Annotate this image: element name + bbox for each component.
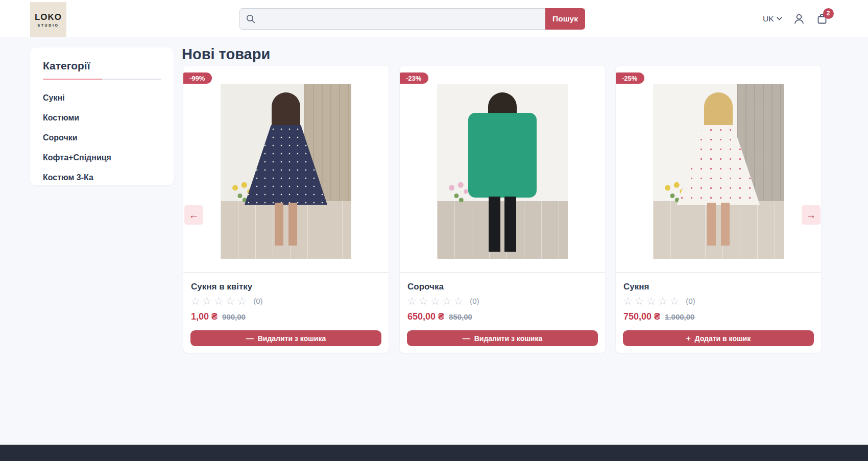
star-rating-icons[interactable]: ☆☆☆☆☆ — [190, 296, 249, 306]
product-image[interactable] — [437, 84, 568, 259]
arrow-left-icon: ← — [189, 209, 199, 221]
categories-title: Категорії — [43, 60, 161, 72]
search-input[interactable] — [256, 9, 545, 29]
category-link[interactable]: Сорочки — [43, 133, 161, 142]
categories-panel: Категорії Сукні Костюми Сорочки Кофта+Сп… — [30, 47, 174, 185]
price-old: 1.000,00 — [665, 312, 694, 321]
search-bar: Пошук — [239, 8, 585, 30]
photo-model-legs — [489, 197, 516, 252]
cart-button[interactable]: 2 — [816, 13, 828, 25]
photo-model-legs — [275, 203, 297, 246]
language-label: UK — [763, 14, 774, 23]
cart-action-label: Видалити з кошика — [258, 334, 326, 343]
carousel-next-button[interactable]: → — [802, 205, 821, 225]
chevron-down-icon — [777, 17, 782, 20]
product-card: -23% Сорочка ☆☆☆☆☆ (0) 650,00 ₴ 850,00 —… — [400, 66, 605, 353]
product-name[interactable]: Сукня в квітку — [191, 282, 252, 292]
language-selector[interactable]: UK — [763, 14, 782, 23]
discount-badge: -99% — [183, 72, 212, 84]
product-card: -99% Сукня в квітку ☆☆☆☆☆ (0) 1,00 ₴ 900… — [183, 66, 389, 353]
cart-action-icon: — — [463, 334, 470, 342]
cart-action-button[interactable]: — Видалити з кошика — [407, 330, 598, 346]
product-name[interactable]: Сорочка — [407, 282, 444, 292]
rating-row: ☆☆☆☆☆ (0) — [190, 296, 262, 306]
price-current: 1,00 ₴ — [191, 311, 218, 322]
cart-action-icon: — — [246, 334, 254, 342]
price-row: 750,00 ₴ 1.000,00 — [623, 311, 694, 322]
category-link[interactable]: Кофта+Спідниця — [43, 153, 161, 162]
cart-action-label: Додати в кошик — [695, 334, 751, 343]
categories-list: Сукні Костюми Сорочки Кофта+Спідниця Кос… — [43, 93, 161, 182]
logo-text: LOKO — [35, 12, 62, 22]
cart-action-button[interactable]: — Видалити з кошика — [190, 330, 381, 346]
star-rating-icons[interactable]: ☆☆☆☆☆ — [623, 296, 681, 306]
rating-row: ☆☆☆☆☆ (0) — [623, 296, 695, 306]
logo[interactable]: LOKO STUDIO — [30, 2, 66, 37]
carousel-prev-button[interactable]: ← — [184, 205, 203, 225]
cart-action-button[interactable]: + Додати в кошик — [623, 330, 814, 346]
cart-action-icon: + — [686, 334, 691, 342]
user-icon — [793, 13, 805, 25]
discount-badge: -25% — [616, 72, 644, 84]
price-old: 850,00 — [449, 312, 472, 321]
photo-model-legs — [707, 203, 730, 246]
product-image[interactable] — [221, 84, 351, 259]
category-link[interactable]: Сукні — [43, 93, 161, 103]
star-rating-icons[interactable]: ☆☆☆☆☆ — [407, 296, 465, 306]
logo-subtext: STUDIO — [37, 23, 59, 27]
cart-action-label: Видалити з кошика — [474, 334, 543, 343]
product-name[interactable]: Сукня — [623, 282, 649, 292]
footer — [0, 445, 868, 461]
photo-flowers — [444, 181, 471, 205]
header-actions: UK 2 — [763, 0, 828, 37]
product-image[interactable] — [653, 84, 784, 259]
price-current: 650,00 ₴ — [407, 311, 444, 322]
photo-garment — [468, 113, 537, 198]
card-divider — [616, 272, 821, 273]
rating-count: (0) — [470, 297, 479, 305]
rating-count: (0) — [686, 297, 695, 305]
product-card: -25% Сукня ☆☆☆☆☆ (0) 750,00 ₴ 1.000,00 +… — [616, 66, 821, 353]
rating-row: ☆☆☆☆☆ (0) — [407, 296, 479, 306]
card-divider — [400, 272, 605, 273]
search-icon — [246, 14, 256, 24]
page-title: Нові товари — [182, 46, 270, 63]
header: LOKO STUDIO Пошук UK 2 — [0, 0, 868, 37]
account-button[interactable] — [793, 13, 805, 25]
search-button[interactable]: Пошук — [545, 8, 585, 30]
discount-badge: -23% — [400, 72, 428, 84]
price-row: 1,00 ₴ 900,00 — [191, 311, 246, 322]
page-body: Категорії Сукні Костюми Сорочки Кофта+Сп… — [0, 37, 868, 445]
category-link[interactable]: Костюми — [43, 113, 161, 123]
price-row: 650,00 ₴ 850,00 — [407, 311, 472, 322]
search-field-container — [239, 8, 545, 30]
categories-title-underline — [43, 79, 161, 80]
card-divider — [183, 272, 389, 273]
price-old: 900,00 — [222, 312, 246, 321]
arrow-right-icon: → — [806, 209, 816, 221]
category-link[interactable]: Костюм 3-Ка — [43, 173, 161, 182]
rating-count: (0) — [253, 297, 262, 305]
cart-count-badge: 2 — [823, 8, 834, 19]
price-current: 750,00 ₴ — [623, 311, 660, 322]
